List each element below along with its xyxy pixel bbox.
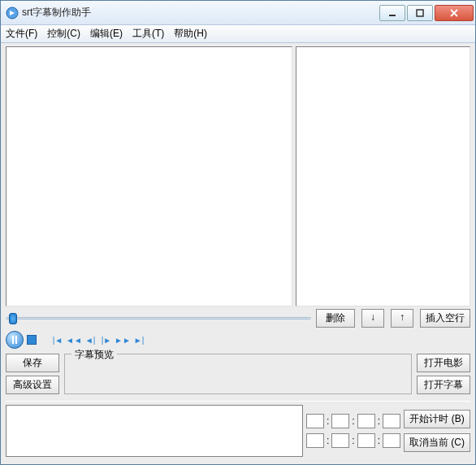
insert-blank-button[interactable]: 插入空行 — [420, 309, 470, 328]
bottom-row: : : : : : : 开始计时 (B) — [6, 405, 470, 457]
start-ms[interactable] — [383, 414, 400, 428]
fforward-button[interactable]: ►► — [116, 334, 129, 345]
maximize-button[interactable] — [407, 5, 433, 21]
colon: : — [326, 415, 330, 427]
skip-end-button[interactable]: ►| — [132, 334, 145, 345]
open-movie-button[interactable]: 打开电影 — [417, 354, 470, 372]
open-subtitle-button[interactable]: 打开字幕 — [417, 376, 470, 394]
app-icon — [6, 7, 19, 20]
start-timer-button[interactable]: 开始计时 (B) — [404, 410, 470, 428]
right-buttons: 打开电影 打开字幕 — [417, 354, 470, 394]
svg-rect-1 — [389, 15, 396, 16]
top-panes — [6, 46, 470, 306]
minimize-button[interactable] — [379, 5, 405, 21]
subtitle-list-pane[interactable] — [296, 46, 470, 306]
seek-slider[interactable] — [6, 311, 311, 324]
cancel-current-button[interactable]: 取消当前 (C) — [404, 433, 470, 452]
delete-button[interactable]: 删除 — [316, 309, 355, 328]
play-pause-button[interactable] — [6, 331, 24, 349]
timecode-row-start: : : : — [306, 414, 400, 428]
window-title: srt字幕制作助手 — [22, 6, 378, 20]
minimize-icon — [388, 9, 396, 17]
colon: : — [377, 435, 381, 446]
subtitle-preview-group: 字幕预览 — [64, 354, 412, 394]
end-ms[interactable] — [383, 433, 400, 448]
svg-rect-2 — [417, 10, 423, 16]
pause-icon — [12, 336, 17, 344]
app-window: srt字幕制作助手 文件(F) 控制(C) 编辑(E) 工具(T) 帮助(H) — [0, 0, 476, 465]
step-back-button[interactable]: ◄| — [84, 334, 97, 345]
start-hh[interactable] — [306, 414, 324, 428]
menu-file[interactable]: 文件(F) — [6, 27, 37, 41]
mid-row: 保存 高级设置 字幕预览 打开电影 打开字幕 — [6, 354, 470, 394]
save-button[interactable]: 保存 — [6, 354, 59, 372]
stop-button[interactable] — [27, 335, 37, 345]
colon: : — [351, 415, 355, 427]
close-icon — [449, 9, 459, 17]
preview-label: 字幕预览 — [71, 348, 117, 362]
list-action-buttons: 删除 ↓ ↑ 插入空行 — [316, 309, 470, 328]
edit-textarea[interactable] — [6, 405, 303, 457]
colon: : — [377, 415, 381, 427]
client-area: 删除 ↓ ↑ 插入空行 |◄ ◄◄ ◄| |► ►► ►| 保存 高级设置 — [1, 43, 475, 464]
maximize-icon — [416, 9, 424, 17]
menu-control[interactable]: 控制(C) — [47, 27, 80, 41]
timecode-grid: : : : : : : — [306, 405, 400, 457]
left-buttons: 保存 高级设置 — [6, 354, 59, 394]
menu-edit[interactable]: 编辑(E) — [90, 27, 123, 41]
rewind-button[interactable]: ◄◄ — [67, 334, 80, 345]
move-up-button[interactable]: ↑ — [391, 309, 413, 328]
step-fwd-button[interactable]: |► — [100, 334, 113, 345]
timecode-row-end: : : : — [306, 433, 400, 448]
menu-help[interactable]: 帮助(H) — [174, 27, 207, 41]
menubar: 文件(F) 控制(C) 编辑(E) 工具(T) 帮助(H) — [1, 25, 475, 43]
slider-thumb[interactable] — [9, 313, 17, 324]
end-ss[interactable] — [357, 433, 375, 448]
advanced-button[interactable]: 高级设置 — [6, 376, 59, 394]
divider — [6, 401, 470, 402]
colon: : — [326, 435, 330, 446]
colon: : — [351, 435, 355, 446]
start-mm[interactable] — [331, 414, 349, 428]
close-button[interactable] — [435, 5, 474, 21]
menu-tools[interactable]: 工具(T) — [132, 27, 164, 41]
window-controls — [378, 5, 474, 21]
move-down-button[interactable]: ↓ — [361, 309, 384, 328]
timer-buttons: 开始计时 (B) 取消当前 (C) — [404, 405, 470, 457]
start-ss[interactable] — [357, 414, 375, 428]
video-pane — [6, 46, 292, 306]
seek-row: 删除 ↓ ↑ 插入空行 — [6, 310, 470, 326]
titlebar: srt字幕制作助手 — [1, 1, 475, 25]
end-hh[interactable] — [306, 433, 324, 448]
skip-start-button[interactable]: |◄ — [51, 334, 64, 345]
end-mm[interactable] — [331, 433, 349, 448]
slider-track — [6, 317, 311, 319]
